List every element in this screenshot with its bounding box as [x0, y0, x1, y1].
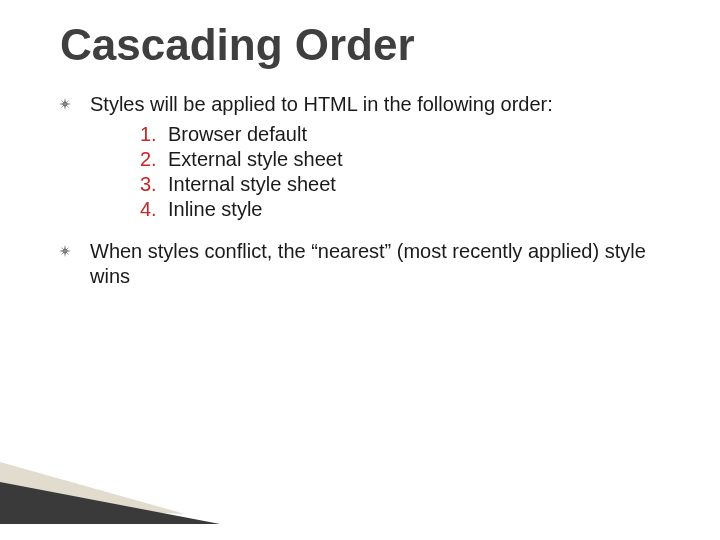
svg-marker-17: [0, 482, 220, 524]
ordered-list: 1. Browser default 2. External style she…: [140, 123, 680, 221]
list-number: 4.: [140, 198, 168, 221]
list-text: Inline style: [168, 198, 263, 221]
slide-title: Cascading Order: [60, 20, 680, 70]
list-number: 3.: [140, 173, 168, 196]
svg-marker-10: [64, 251, 66, 257]
burst-icon: [40, 92, 90, 110]
svg-marker-9: [65, 250, 71, 252]
list-item: 3. Internal style sheet: [140, 173, 680, 196]
bullet-item: When styles conflict, the “nearest” (mos…: [40, 239, 680, 289]
svg-marker-11: [59, 250, 65, 252]
burst-icon: [40, 239, 90, 257]
svg-marker-0: [64, 98, 66, 104]
bullet-item: Styles will be applied to HTML in the fo…: [40, 92, 680, 117]
list-number: 2.: [140, 148, 168, 171]
list-item: 1. Browser default: [140, 123, 680, 146]
decorative-wedge: [0, 462, 220, 532]
list-text: Browser default: [168, 123, 307, 146]
list-item: 2. External style sheet: [140, 148, 680, 171]
list-item: 4. Inline style: [140, 198, 680, 221]
list-text: External style sheet: [168, 148, 343, 171]
list-number: 1.: [140, 123, 168, 146]
bullet-text: When styles conflict, the “nearest” (mos…: [90, 239, 680, 289]
bullet-text: Styles will be applied to HTML in the fo…: [90, 92, 680, 117]
slide: Cascading Order Styles will be applied t…: [0, 0, 720, 540]
svg-marker-3: [59, 103, 65, 105]
svg-marker-2: [64, 104, 66, 110]
svg-marker-16: [0, 462, 185, 514]
svg-marker-8: [64, 245, 66, 251]
svg-marker-1: [65, 103, 71, 105]
list-text: Internal style sheet: [168, 173, 336, 196]
